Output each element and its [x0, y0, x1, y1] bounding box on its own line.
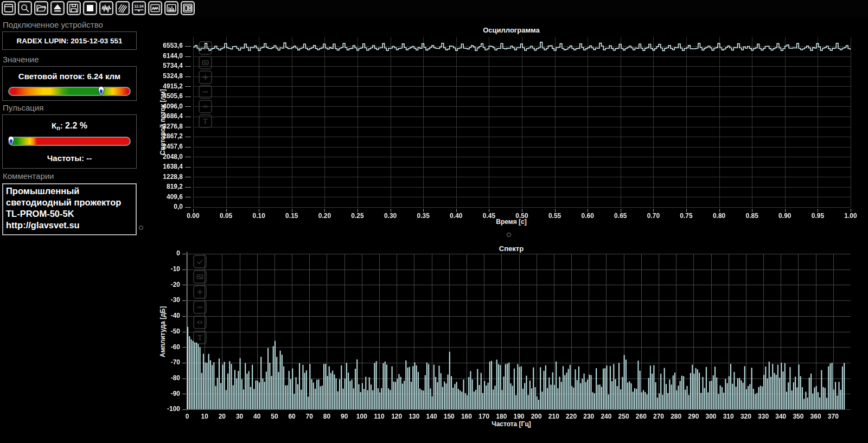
sidebar-splitter-handle[interactable] [139, 226, 143, 230]
comb-mode-button[interactable] [116, 1, 130, 15]
eject-button[interactable] [50, 1, 65, 15]
value-box: Световой поток: 6.24 клм [2, 66, 137, 101]
device-name: RADEX LUPIN: 2015-12-03 551 [16, 37, 122, 45]
kp-value: Кп: 2.2 % [3, 121, 136, 131]
spectrum-panel: Спектр Амплитуда [дБ] Частота [Гц] [157, 243, 865, 439]
chart-bars-icon [165, 2, 177, 14]
svg-text:12.34: 12.34 [134, 4, 143, 8]
oscillogram-plot[interactable] [157, 22, 863, 240]
chart-bars-panel-button[interactable] [164, 1, 178, 15]
eject-icon [52, 2, 63, 14]
open-folder-icon [35, 2, 47, 14]
value-section-label: Значение [3, 55, 39, 64]
spectrum-plot[interactable] [157, 243, 863, 439]
app-window-icon [3, 2, 15, 14]
pulsation-gauge [8, 137, 131, 146]
pulsation-box: Кп: 2.2 % Частоты: -- [2, 114, 137, 169]
pulsation-section-label: Пульсация [3, 103, 43, 112]
comments-section-label: Комментарии [3, 171, 54, 181]
numeric-display-button[interactable]: 12.34 [132, 1, 146, 15]
chart-line-icon [149, 2, 161, 14]
numeric-display-icon: 12.34 [133, 2, 145, 14]
save-icon [68, 2, 80, 14]
oscillogram-panel: Осциллограмма Световой поток [лм] Время … [157, 22, 865, 240]
chart-line-panel-button[interactable] [148, 1, 162, 15]
app-window-button[interactable] [2, 1, 16, 15]
oscillogram-mode-button[interactable] [99, 1, 113, 15]
comb-icon [117, 2, 129, 14]
device-box: RADEX LUPIN: 2015-12-03 551 [2, 31, 137, 50]
open-file-button[interactable] [34, 1, 48, 15]
flux-gauge-marker [98, 83, 105, 97]
device-section-label: Подключенное устройство [3, 20, 103, 29]
app-window: 12.34 Подключенное устройство RADEX LUPI… [0, 0, 868, 443]
frequencies-value: Частоты: -- [3, 153, 136, 163]
oscillogram-icon [100, 2, 112, 14]
layout-button[interactable] [181, 1, 195, 15]
comments-text: Промышленный светодиодный прожектор TL-P… [6, 186, 121, 230]
search-icon [19, 2, 31, 14]
comments-input[interactable]: Промышленный светодиодный прожектор TL-P… [2, 183, 137, 235]
stop-icon [84, 2, 96, 14]
save-button[interactable] [67, 1, 81, 15]
pulsation-gauge-marker [8, 133, 15, 147]
layout-icon [182, 2, 194, 14]
search-button[interactable] [18, 1, 32, 15]
stop-button[interactable] [83, 1, 97, 15]
main-toolbar: 12.34 [0, 0, 868, 17]
flux-gauge [8, 87, 131, 96]
flux-value: Световой поток: 6.24 клм [3, 72, 136, 81]
